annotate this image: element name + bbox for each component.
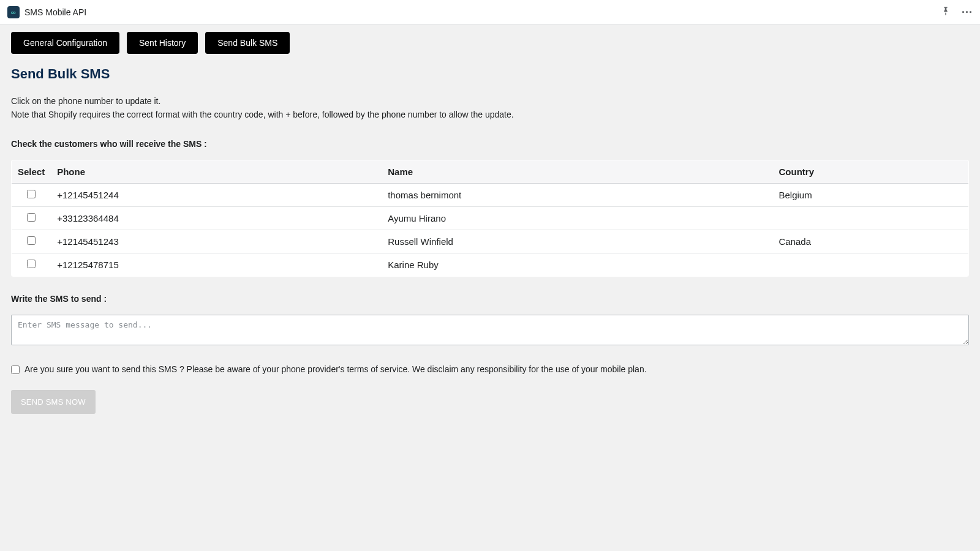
tab-sent-history[interactable]: Sent History <box>127 32 198 54</box>
cell-phone[interactable]: +12145451244 <box>51 183 382 206</box>
page-title: Send Bulk SMS <box>11 66 969 82</box>
top-bar-right: ··· <box>941 6 973 18</box>
description-line-2: Note that Shopify requires the correct f… <box>11 108 969 121</box>
content: General Configuration Sent History Send … <box>0 24 980 425</box>
cell-phone[interactable]: +12125478715 <box>51 253 382 276</box>
app-title: SMS Mobile API <box>24 7 86 17</box>
cell-country: Belgium <box>773 183 969 206</box>
cell-phone[interactable]: +12145451243 <box>51 230 382 253</box>
row-select-checkbox[interactable] <box>27 260 36 268</box>
tabs: General Configuration Sent History Send … <box>11 32 969 54</box>
th-phone: Phone <box>51 160 382 183</box>
check-customers-label: Check the customers who will receive the… <box>11 139 969 149</box>
app-icon: ∞ <box>7 6 20 18</box>
sms-message-input[interactable] <box>11 315 969 345</box>
row-select-checkbox[interactable] <box>27 213 36 222</box>
table-row: +12125478715 Karine Ruby <box>12 253 969 276</box>
top-bar: ∞ SMS Mobile API ··· <box>0 0 980 24</box>
row-select-checkbox[interactable] <box>27 236 36 245</box>
tab-send-bulk-sms[interactable]: Send Bulk SMS <box>205 32 290 54</box>
customers-table: Select Phone Name Country +12145451244 t… <box>11 160 969 277</box>
cell-country <box>773 253 969 276</box>
cell-name: Ayumu Hirano <box>382 206 772 230</box>
tab-general-configuration[interactable]: General Configuration <box>11 32 119 54</box>
cell-phone[interactable]: +33123364484 <box>51 206 382 230</box>
write-sms-label: Write the SMS to send : <box>11 294 969 304</box>
table-row: +12145451244 thomas bernimont Belgium <box>12 183 969 206</box>
th-name: Name <box>382 160 772 183</box>
cell-name: thomas bernimont <box>382 183 772 206</box>
th-select: Select <box>12 160 51 183</box>
cell-name: Karine Ruby <box>382 253 772 276</box>
description: Click on the phone number to update it. … <box>11 94 969 122</box>
description-line-1: Click on the phone number to update it. <box>11 94 969 108</box>
pin-icon[interactable] <box>941 6 951 18</box>
top-bar-left: ∞ SMS Mobile API <box>7 6 86 18</box>
cell-country <box>773 206 969 230</box>
confirm-checkbox[interactable] <box>11 365 20 374</box>
more-icon[interactable]: ··· <box>962 7 973 18</box>
row-select-checkbox[interactable] <box>27 190 36 198</box>
send-sms-button[interactable]: SEND SMS NOW <box>11 390 96 414</box>
confirm-text: Are you sure you want to send this SMS ?… <box>24 364 647 374</box>
confirm-row: Are you sure you want to send this SMS ?… <box>11 364 969 374</box>
table-row: +12145451243 Russell Winfield Canada <box>12 230 969 253</box>
table-row: +33123364484 Ayumu Hirano <box>12 206 969 230</box>
th-country: Country <box>773 160 969 183</box>
cell-name: Russell Winfield <box>382 230 772 253</box>
cell-country: Canada <box>773 230 969 253</box>
